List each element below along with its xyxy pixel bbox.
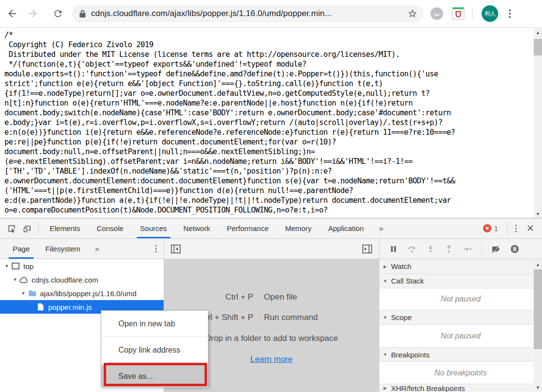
editor-toolbar bbox=[164, 239, 379, 259]
tab-sources[interactable]: Sources bbox=[132, 218, 175, 238]
frame-icon bbox=[11, 263, 20, 269]
device-toolbar-icon bbox=[22, 224, 32, 233]
menu-item-save-as[interactable]: Save as... bbox=[101, 365, 208, 388]
lock-icon bbox=[79, 10, 86, 18]
learn-more-link[interactable]: Learn more bbox=[250, 355, 293, 364]
expanded-arrow-icon: ▼ bbox=[379, 279, 391, 284]
tab-application[interactable]: Application bbox=[320, 218, 372, 238]
section-breakpoints[interactable]: ▼ Breakpoints bbox=[379, 348, 542, 362]
section-watch[interactable]: ▶ Watch bbox=[379, 259, 542, 274]
step-into-icon bbox=[427, 245, 434, 253]
devtools-close-button[interactable]: ✕ bbox=[522, 223, 542, 234]
debugger-toolbar bbox=[379, 239, 542, 259]
shortcut-action: Open file bbox=[264, 292, 297, 302]
tab-console[interactable]: Console bbox=[89, 218, 132, 238]
step-button[interactable] bbox=[460, 242, 475, 256]
menu-item-open-in-new-tab[interactable]: Open in new tab bbox=[101, 311, 208, 337]
device-toolbar-button[interactable] bbox=[19, 222, 35, 235]
sidebar-scrollbar-thumb[interactable] bbox=[534, 269, 542, 349]
tree-row-folder[interactable]: ▼ ajax/libs/popper.js/1.16.0/umd bbox=[0, 286, 164, 300]
collapsed-arrow-icon: ▶ bbox=[379, 264, 391, 269]
folder-icon bbox=[27, 290, 37, 297]
minified-source-code: /* Copyright (C) Federico Zivolo 2019 Di… bbox=[4, 30, 532, 215]
menu-item-copy-link-address[interactable]: Copy link address bbox=[101, 337, 208, 363]
extension-button-2[interactable] bbox=[451, 6, 466, 21]
scroll-down-arrow-icon[interactable]: ▼ bbox=[534, 210, 542, 218]
deactivate-breakpoints-icon bbox=[491, 245, 501, 253]
more-tabs-button[interactable]: » bbox=[372, 224, 390, 233]
browser-menu-button[interactable] bbox=[506, 6, 514, 21]
extension-button-1[interactable] bbox=[430, 6, 444, 21]
debug-toolbar-divider bbox=[482, 244, 482, 254]
tabbar-divider bbox=[38, 223, 38, 234]
scroll-up-arrow-icon[interactable]: ▲ bbox=[534, 28, 542, 36]
refresh-icon bbox=[53, 8, 63, 19]
section-xhr-breakpoints[interactable]: ▶ XHR/fetch Breakpoints bbox=[379, 384, 542, 392]
tree-row-domain[interactable]: ▼ cdnjs.cloudflare.com bbox=[0, 273, 164, 286]
step-into-button[interactable] bbox=[423, 242, 438, 256]
expand-arrow-icon[interactable]: ▼ bbox=[11, 277, 19, 282]
call-stack-status: Not paused bbox=[379, 288, 542, 310]
inspect-element-button[interactable] bbox=[4, 222, 19, 235]
navigator-more-tabs-button[interactable]: » bbox=[88, 244, 106, 254]
tab-performance[interactable]: Performance bbox=[219, 218, 277, 238]
tab-network[interactable]: Network bbox=[175, 218, 219, 238]
step-out-button[interactable] bbox=[442, 242, 456, 256]
hide-debugger-button[interactable] bbox=[359, 242, 375, 256]
red-shield-extension-icon bbox=[452, 7, 465, 20]
error-count[interactable]: 1 bbox=[494, 225, 498, 232]
shortcut-open-file: Ctrl + P Open file bbox=[164, 292, 379, 302]
inspect-cursor-icon bbox=[7, 224, 17, 233]
navigator-tab-filesystem[interactable]: Filesystem bbox=[37, 239, 88, 259]
hide-navigator-button[interactable] bbox=[168, 242, 184, 256]
tree-row-top-frame[interactable]: ▼ top bbox=[0, 259, 164, 273]
expand-arrow-icon[interactable]: ▼ bbox=[3, 264, 11, 268]
devtools-panel: Elements Console Sources Network Perform… bbox=[0, 218, 542, 392]
panel-collapse-left-icon bbox=[170, 244, 181, 254]
tabbar-divider-2 bbox=[507, 223, 507, 234]
pause-on-exceptions-icon bbox=[510, 245, 519, 253]
page-content: /* Copyright (C) Federico Zivolo 2019 Di… bbox=[0, 28, 542, 218]
expand-arrow-icon[interactable]: ▼ bbox=[19, 291, 27, 296]
pause-script-button[interactable] bbox=[386, 242, 401, 256]
extensions-area: 和人 bbox=[430, 5, 514, 22]
toolbar-divider bbox=[472, 8, 473, 19]
pause-on-exceptions-button[interactable] bbox=[507, 242, 522, 256]
panel-expand-right-icon bbox=[362, 244, 373, 254]
section-scope[interactable]: ▼ Scope bbox=[379, 310, 542, 325]
page-scrollbar[interactable]: ▲ ▼ bbox=[534, 28, 542, 218]
shortcut-action: Run command bbox=[264, 313, 318, 322]
step-over-button[interactable] bbox=[405, 242, 419, 256]
file-icon bbox=[36, 303, 45, 311]
profile-avatar[interactable]: 和人 bbox=[482, 5, 498, 22]
error-badge-icon[interactable]: ✕ bbox=[483, 224, 491, 232]
context-menu: Open in new tab Copy link address Save a… bbox=[101, 310, 208, 387]
forward-button[interactable] bbox=[24, 5, 41, 22]
refresh-button[interactable] bbox=[50, 5, 66, 22]
scroll-down-arrow-icon[interactable]: ▼ bbox=[534, 383, 542, 392]
expanded-arrow-icon: ▼ bbox=[379, 352, 391, 357]
navigator-tab-page[interactable]: Page bbox=[5, 239, 37, 259]
devtools-menu-button[interactable] bbox=[510, 223, 522, 234]
page-scrollbar-thumb[interactable] bbox=[534, 39, 542, 55]
cloud-icon bbox=[19, 277, 29, 283]
step-over-icon bbox=[408, 246, 416, 252]
tab-elements[interactable]: Elements bbox=[41, 218, 89, 238]
expanded-arrow-icon: ▼ bbox=[379, 315, 391, 320]
browser-toolbar: cdnjs.cloudflare.com/ajax/libs/popper.js… bbox=[0, 0, 542, 28]
forward-arrow-icon bbox=[27, 8, 38, 19]
tab-memory[interactable]: Memory bbox=[277, 218, 320, 238]
sidebar-scrollbar[interactable]: ▲ ▼ bbox=[534, 259, 542, 392]
url-text[interactable]: cdnjs.cloudflare.com/ajax/libs/popper.js… bbox=[91, 9, 407, 18]
bookmark-star-icon[interactable] bbox=[407, 8, 418, 19]
scroll-up-arrow-icon[interactable]: ▲ bbox=[534, 260, 542, 268]
gray-extension-icon bbox=[430, 7, 443, 20]
url-bar[interactable]: cdnjs.cloudflare.com/ajax/libs/popper.js… bbox=[72, 5, 424, 22]
navigator-header: Page Filesystem » bbox=[0, 239, 164, 259]
deactivate-breakpoints-button[interactable] bbox=[489, 242, 504, 256]
section-call-stack[interactable]: ▼ Call Stack bbox=[379, 274, 542, 288]
step-out-icon bbox=[446, 245, 452, 253]
navigator-menu-button[interactable] bbox=[150, 243, 162, 255]
tabbar-right-controls: ✕ 1 ✕ bbox=[483, 223, 542, 234]
back-button[interactable] bbox=[4, 5, 20, 22]
